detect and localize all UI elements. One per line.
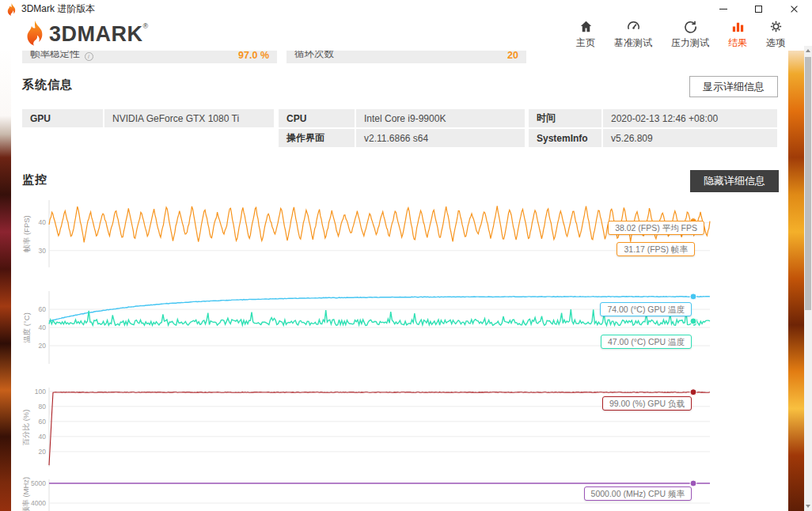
- logo-text: 3DMARK: [49, 21, 143, 47]
- scrollbar-thumb[interactable]: [805, 57, 811, 310]
- temperature-chart: 温度 (°C) 60402074.00 (°C) GPU 温度47.00 (°C…: [11, 291, 791, 364]
- info-value-time: 2020-02-13 12:46 +08:00: [603, 109, 777, 127]
- chart-annotation: 38.02 (FPS) 平均 FPS: [608, 221, 704, 235]
- nav-item-options[interactable]: 选项: [766, 19, 785, 50]
- app-flame-icon: [6, 3, 17, 14]
- series-end-marker: [690, 318, 696, 324]
- main-nav: 主页 基准测试 压力测试 结果 选项: [576, 19, 785, 50]
- svg-text:40: 40: [39, 324, 47, 331]
- close-button[interactable]: [776, 0, 812, 17]
- svg-text:40: 40: [39, 218, 47, 226]
- hide-details-button[interactable]: 隐藏详细信息: [690, 170, 779, 192]
- chart-annotation: 47.00 (°C) CPU 温度: [601, 335, 692, 349]
- svg-text:20: 20: [39, 448, 47, 456]
- svg-text:20: 20: [39, 342, 47, 350]
- monitoring-title: 监控: [22, 172, 47, 187]
- svg-text:60: 60: [39, 418, 47, 426]
- setting-value: 20: [507, 50, 518, 61]
- titlebar: 3DMark 进阶版本: [0, 0, 812, 17]
- chart-annotation: 5000.00 (MHz) CPU 频率: [584, 486, 692, 501]
- svg-text:80: 80: [39, 403, 47, 411]
- logo-flame-icon: [22, 21, 46, 47]
- window-controls: [705, 0, 812, 17]
- info-value-cpu: Intel Core i9-9900K: [356, 109, 525, 127]
- logo-registered-mark: ®: [143, 22, 149, 30]
- nav-label: 主页: [576, 36, 595, 50]
- scroll-down-arrow[interactable]: [804, 502, 812, 511]
- nav-label: 基准测试: [614, 36, 652, 50]
- info-label-ui: 操作界面: [279, 129, 355, 147]
- chart-annotation: 74.00 (°C) GPU 温度: [600, 302, 692, 316]
- info-label-systeminfo: SystemInfo: [529, 129, 601, 147]
- 3dmark-logo: 3DMARK ®: [22, 21, 148, 47]
- maximize-button[interactable]: [741, 0, 776, 17]
- results-page-content: 帧率稳定性 i 97.0 % 循环次数 20 系统信息 显示详细信息 GPU N…: [11, 46, 788, 511]
- nav-item-home[interactable]: 主页: [576, 19, 595, 50]
- vertical-scrollbar[interactable]: [804, 46, 812, 511]
- info-label-cpu: CPU: [279, 109, 355, 127]
- nav-item-benchmarks[interactable]: 基准测试: [614, 19, 652, 50]
- app-header: 3DMARK ® 主页 基准测试 压力测试 结果 选: [0, 17, 812, 51]
- loop-icon: [683, 19, 698, 34]
- svg-text:60: 60: [39, 305, 47, 313]
- system-info-title: 系统信息: [22, 78, 73, 93]
- window-title: 3DMark 进阶版本: [21, 2, 95, 16]
- home-icon: [579, 19, 594, 34]
- svg-text:30: 30: [39, 247, 47, 255]
- show-details-button[interactable]: 显示详细信息: [689, 76, 778, 97]
- info-label-gpu: GPU: [22, 109, 103, 127]
- fps-chart: 帧率 (FPS) 403038.02 (FPS) 平均 FPS31.17 (FP…: [11, 200, 791, 267]
- background-art-left: [0, 46, 11, 511]
- nav-label: 选项: [766, 36, 785, 50]
- setting-value: 97.0 %: [238, 50, 269, 61]
- series-end-marker: [690, 480, 696, 486]
- nav-item-results[interactable]: 结果: [728, 19, 747, 50]
- nav-label: 压力测试: [671, 36, 709, 50]
- info-value-ui: v2.11.6866 s64: [356, 129, 525, 147]
- svg-text:5000: 5000: [31, 479, 46, 487]
- bars-icon: [730, 19, 746, 34]
- gear-icon: [768, 19, 784, 34]
- nav-label: 结果: [728, 36, 747, 50]
- gauge-icon: [626, 19, 641, 34]
- cpu-frequency-chart: 频率 (MHz) 500040005000.00 (MHz) CPU 频率: [11, 479, 791, 511]
- scroll-up-arrow[interactable]: [804, 46, 812, 55]
- background-art-right: [788, 46, 804, 511]
- svg-text:40: 40: [39, 433, 47, 441]
- svg-text:4000: 4000: [31, 499, 46, 507]
- info-value-gpu: NVIDIA GeForce GTX 1080 Ti: [104, 109, 274, 127]
- minimize-button[interactable]: [705, 0, 741, 17]
- load-percent-chart: 百分比 (%) 1008060402099.00 (%) GPU 负载: [11, 388, 791, 467]
- info-label-time: 时间: [529, 109, 601, 127]
- svg-text:100: 100: [35, 388, 46, 396]
- nav-item-stress-tests[interactable]: 压力测试: [671, 19, 709, 50]
- chart-annotation: 31.17 (FPS) 帧率: [617, 242, 695, 256]
- series-end-marker: [690, 293, 696, 300]
- chart-annotation: 99.00 (%) GPU 负载: [602, 396, 692, 411]
- series-end-marker: [690, 389, 696, 396]
- info-value-systeminfo: v5.26.809: [603, 129, 777, 147]
- info-icon: i: [85, 52, 93, 61]
